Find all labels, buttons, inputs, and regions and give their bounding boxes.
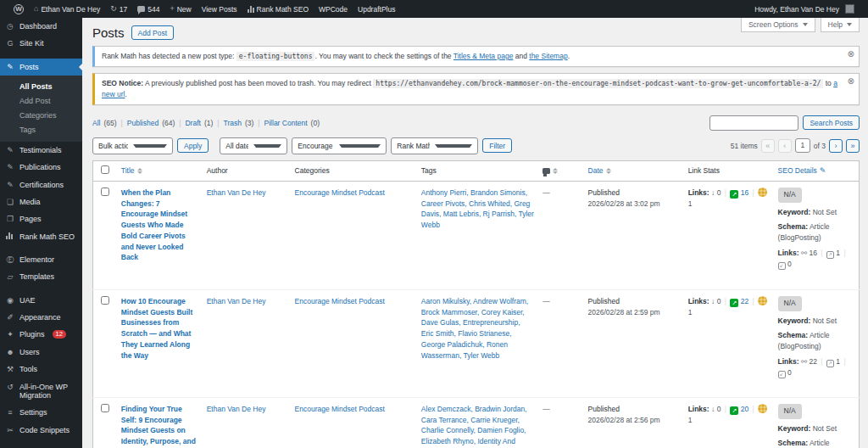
schema-label: Schema: xyxy=(778,331,808,339)
separator: | xyxy=(725,405,726,413)
site-kit-icon: G xyxy=(6,39,14,48)
keyword-value: Not Set xyxy=(813,316,837,325)
notice-text: Rank Math has detected a new post type: xyxy=(102,52,236,60)
tags-links[interactable]: Anthony Pierri, Brandon Simonis, Career … xyxy=(421,188,534,229)
sidebar-item-plugins[interactable]: ✦ Plugins 12 xyxy=(0,326,82,343)
filter-trash-link[interactable]: Trash xyxy=(224,119,242,127)
tags-links[interactable]: Aaron Mikulsky, Andrew Wolfram, Brock Ma… xyxy=(421,297,528,360)
posts-table: Title Author Categories Tags Date Link S… xyxy=(92,160,860,448)
author-link[interactable]: Ethan Van De Hey xyxy=(207,188,266,197)
sidebar-item-publications[interactable]: ✎ Publications xyxy=(0,159,82,176)
external-links-count[interactable]: 16 xyxy=(741,188,748,197)
filter-pillar-content-link[interactable]: Pillar Content xyxy=(264,119,308,127)
sidebar-item-users[interactable]: ☻ Users xyxy=(0,344,82,361)
keyword-label: Keyword: xyxy=(778,208,811,216)
column-header-title[interactable]: Title xyxy=(117,160,203,181)
seo-filter-select[interactable]: Rank Math xyxy=(391,137,478,154)
author-link[interactable]: Ethan Van De Hey xyxy=(207,405,266,413)
dismiss-notice-icon[interactable]: ⊗ xyxy=(848,50,854,59)
comments-link[interactable]: 544 xyxy=(132,5,164,14)
row-checkbox[interactable] xyxy=(101,404,109,412)
updraftplus-menu[interactable]: UpdraftPlus xyxy=(353,5,400,14)
sidebar-label: All-in-One WP Migration xyxy=(19,383,76,400)
filter-all-link[interactable]: All xyxy=(92,119,100,127)
wordpress-menu[interactable]: W xyxy=(8,4,29,14)
updates-link[interactable]: ↻ 17 xyxy=(105,5,132,14)
submenu-all-posts[interactable]: All Posts xyxy=(0,79,82,93)
row-checkbox[interactable] xyxy=(101,296,109,305)
external-links-count[interactable]: 20 xyxy=(741,405,748,413)
current-page-input[interactable]: 1 xyxy=(795,138,810,153)
sidebar-label: Code Snippets xyxy=(19,426,70,434)
sidebar-label: Dashboard xyxy=(19,22,57,31)
filter-button[interactable]: Filter xyxy=(482,138,512,153)
separator: | xyxy=(258,119,259,127)
post-title-link[interactable]: When the Plan Changes: 7 Encourage Minds… xyxy=(121,188,187,262)
screen-meta-tabs: Screen Options Help xyxy=(741,18,860,32)
sidebar-item-posts[interactable]: ✎ Posts xyxy=(0,59,82,76)
column-header-seo-details[interactable]: SEO Details ✎ xyxy=(774,160,860,181)
select-all-checkbox[interactable] xyxy=(101,165,109,174)
filter-draft-link[interactable]: Draft xyxy=(185,119,200,127)
rank-math-menu[interactable]: Rank Math SEO xyxy=(242,5,314,14)
search-posts-button[interactable]: Search Posts xyxy=(803,115,860,130)
sidebar-item-ai1wm-migration[interactable]: ↺ All-in-One WP Migration xyxy=(0,378,82,405)
sidebar-item-dashboard[interactable]: ◷ Dashboard xyxy=(0,18,82,35)
sidebar-item-templates[interactable]: ▱ Templates xyxy=(0,268,82,285)
post-title-link[interactable]: How 10 Encourage Mindset Guests Built Bu… xyxy=(121,297,193,360)
sidebar-item-rank-math-seo[interactable]: Rank Math SEO xyxy=(0,228,82,245)
category-link[interactable]: Encourage Mindset Podcast xyxy=(295,405,385,413)
apply-button[interactable]: Apply xyxy=(177,138,209,153)
new-content-menu[interactable]: + New xyxy=(164,5,196,14)
submenu-add-post[interactable]: Add Post xyxy=(0,93,82,108)
wpcode-menu[interactable]: WPCode xyxy=(314,5,353,14)
sidebar-label: Media xyxy=(19,198,41,206)
sidebar-item-appearance[interactable]: ✐ Appearance xyxy=(0,309,82,326)
keyword-label: Keyword: xyxy=(778,316,811,325)
view-posts-link[interactable]: View Posts xyxy=(197,5,242,14)
sidebar-item-code-snippets[interactable]: ✂ Code Snippets xyxy=(0,422,82,439)
help-tab[interactable]: Help xyxy=(821,18,860,32)
sidebar-item-certifications[interactable]: ✎ Certifications xyxy=(0,176,82,193)
dates-filter-select[interactable]: All dates xyxy=(220,137,287,154)
sidebar-item-media[interactable]: ❏ Media xyxy=(0,193,82,210)
titles-meta-link[interactable]: Titles & Meta page xyxy=(453,52,514,60)
category-filter-select[interactable]: Encourage Mindset Podca xyxy=(292,137,387,154)
my-account-menu[interactable]: Howdy, Ethan Van De Hey xyxy=(749,4,860,14)
sidebar-item-testimonials[interactable]: ✎ Testimonials xyxy=(0,142,82,159)
filter-published-link[interactable]: Published xyxy=(127,119,159,127)
sidebar-item-elementor[interactable]: Ⓔ Elementor xyxy=(0,251,82,268)
external-links-count[interactable]: 22 xyxy=(741,297,748,305)
search-posts-input[interactable] xyxy=(709,115,798,131)
category-link[interactable]: Encourage Mindset Podcast xyxy=(295,297,385,305)
dismiss-notice-icon[interactable]: ⊗ xyxy=(848,77,854,86)
sidebar-item-pages[interactable]: ❐ Pages xyxy=(0,210,82,227)
post-title-link[interactable]: Finding Your True Self: 9 Encourage Mind… xyxy=(121,405,196,448)
sidebar-item-tools[interactable]: ⚒ Tools xyxy=(0,361,82,378)
first-page-button: « xyxy=(761,139,775,153)
author-link[interactable]: Ethan Van De Hey xyxy=(207,297,266,305)
tags-links[interactable]: Alex Demczack, Bradwin Jordan, Cara Terr… xyxy=(421,405,532,448)
category-link[interactable]: Encourage Mindset Podcast xyxy=(295,188,385,197)
screen-options-tab[interactable]: Screen Options xyxy=(741,18,815,32)
submenu-tags[interactable]: Tags xyxy=(0,122,82,137)
add-post-button[interactable]: Add Post xyxy=(131,25,175,40)
incoming-links-count: 0 xyxy=(717,405,721,413)
sidebar-item-site-kit[interactable]: G Site Kit xyxy=(0,35,82,52)
last-page-button[interactable]: » xyxy=(846,139,860,153)
sidebar-item-settings[interactable]: ≡ Settings xyxy=(0,404,82,421)
site-name-link[interactable]: ⌂ Ethan Van De Hey xyxy=(29,5,105,14)
sidebar-item-uae[interactable]: ◉ UAE xyxy=(0,292,82,309)
column-header-date[interactable]: Date xyxy=(584,160,684,181)
sort-arrows-icon xyxy=(553,165,558,176)
table-row: How 10 Encourage Mindset Guests Built Bu… xyxy=(93,289,860,397)
column-header-comments[interactable] xyxy=(538,160,583,181)
next-page-button[interactable]: › xyxy=(829,139,843,153)
notice-text: . xyxy=(568,52,570,60)
bulk-actions-select[interactable]: Bulk actions xyxy=(92,137,173,154)
view-posts-label: View Posts xyxy=(202,5,237,14)
submenu-categories[interactable]: Categories xyxy=(0,108,82,122)
row-checkbox[interactable] xyxy=(101,188,109,196)
sitemap-link[interactable]: the Sitemap xyxy=(529,52,567,60)
notice-text: . xyxy=(125,90,126,98)
